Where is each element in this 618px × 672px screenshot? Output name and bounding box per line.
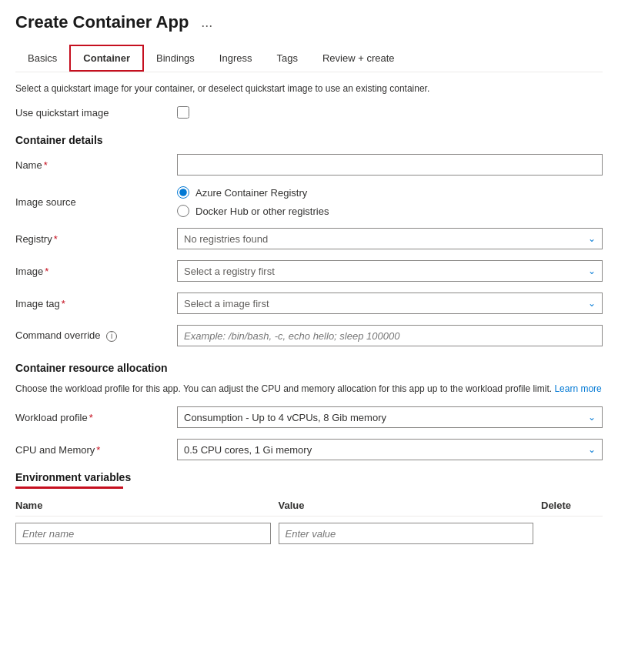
env-name-input[interactable] xyxy=(15,523,271,544)
command-override-label: Command override i xyxy=(15,329,177,342)
command-override-info-icon[interactable]: i xyxy=(106,331,117,342)
command-override-input[interactable] xyxy=(177,325,603,346)
image-label: Image* xyxy=(15,266,177,277)
radio-acr-input[interactable] xyxy=(177,186,189,199)
quickstart-label: Use quickstart image xyxy=(15,107,177,119)
cpu-memory-chevron-icon: ⌄ xyxy=(588,444,596,455)
tab-bar: Basics Container Bindings Ingress Tags R… xyxy=(15,45,603,72)
image-tag-label: Image tag* xyxy=(15,298,177,309)
image-tag-placeholder: Select a image first xyxy=(184,298,269,309)
image-source-label: Image source xyxy=(15,196,177,208)
name-label: Name* xyxy=(15,159,177,171)
tab-basics[interactable]: Basics xyxy=(15,45,69,72)
image-chevron-icon: ⌄ xyxy=(588,266,596,276)
registry-label: Registry* xyxy=(15,233,177,245)
learn-more-link[interactable]: Learn more xyxy=(554,383,601,394)
env-col-name: Name xyxy=(15,500,271,511)
tab-bindings[interactable]: Bindings xyxy=(144,45,207,72)
tab-review-create[interactable]: Review + create xyxy=(310,45,407,72)
env-value-input[interactable] xyxy=(279,523,534,544)
cpu-memory-label: CPU and Memory* xyxy=(15,444,177,456)
env-col-value: Value xyxy=(279,500,534,511)
env-table-header: Name Value Delete xyxy=(15,500,603,517)
workload-chevron-icon: ⌄ xyxy=(588,412,596,423)
image-dropdown[interactable]: Select a registry first ⌄ xyxy=(177,260,603,282)
workload-profile-label: Workload profile* xyxy=(15,412,177,423)
image-tag-chevron-icon: ⌄ xyxy=(588,298,596,309)
radio-acr-label: Azure Container Registry xyxy=(195,187,307,199)
resource-allocation-title: Container resource allocation xyxy=(15,362,603,374)
radio-acr[interactable]: Azure Container Registry xyxy=(177,186,603,199)
radio-docker-input[interactable] xyxy=(177,205,189,217)
image-source-radio-group: Azure Container Registry Docker Hub or o… xyxy=(177,186,603,217)
container-details-title: Container details xyxy=(15,134,603,146)
cpu-memory-dropdown[interactable]: 0.5 CPU cores, 1 Gi memory ⌄ xyxy=(177,439,603,460)
ellipsis-button[interactable]: ... xyxy=(196,13,217,32)
tab-ingress[interactable]: Ingress xyxy=(207,45,265,72)
image-tag-dropdown[interactable]: Select a image first ⌄ xyxy=(177,293,603,314)
image-placeholder: Select a registry first xyxy=(184,266,275,277)
tab-container[interactable]: Container xyxy=(69,45,144,72)
tab-tags[interactable]: Tags xyxy=(264,45,309,72)
env-table-row xyxy=(15,523,603,544)
registry-chevron-icon: ⌄ xyxy=(588,233,596,244)
container-name-input[interactable] xyxy=(177,154,603,176)
env-variables-title: Environment variables xyxy=(15,471,603,483)
radio-docker[interactable]: Docker Hub or other registries xyxy=(177,205,603,217)
page-subtitle: Select a quickstart image for your conta… xyxy=(15,83,603,94)
workload-profile-value: Consumption - Up to 4 vCPUs, 8 Gib memor… xyxy=(184,412,386,423)
env-col-delete: Delete xyxy=(541,500,603,511)
env-variables-underline xyxy=(15,486,123,489)
registry-dropdown[interactable]: No registries found ⌄ xyxy=(177,228,603,249)
allocation-description: Choose the workload profile for this app… xyxy=(15,382,603,396)
workload-profile-dropdown[interactable]: Consumption - Up to 4 vCPUs, 8 Gib memor… xyxy=(177,406,603,428)
cpu-memory-value: 0.5 CPU cores, 1 Gi memory xyxy=(184,444,312,456)
registry-placeholder: No registries found xyxy=(184,233,268,245)
env-variables-table: Name Value Delete xyxy=(15,500,603,544)
page-title: Create Container App xyxy=(15,12,189,32)
quickstart-checkbox[interactable] xyxy=(177,106,189,119)
radio-docker-label: Docker Hub or other registries xyxy=(195,206,329,217)
